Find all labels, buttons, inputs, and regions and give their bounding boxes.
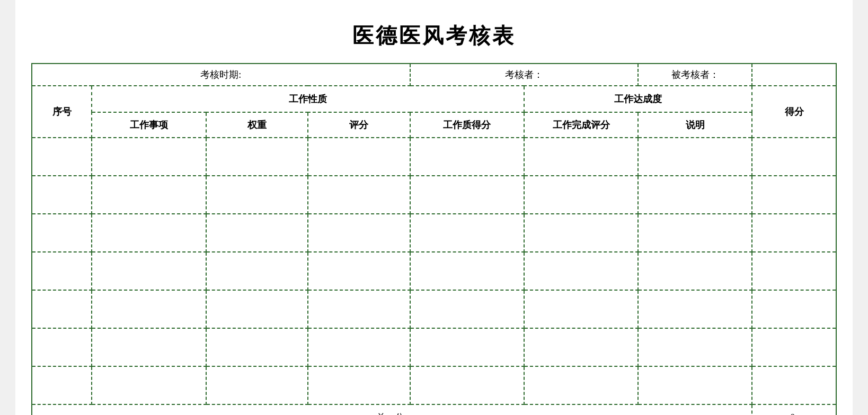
cell-seq xyxy=(32,176,92,214)
table-row xyxy=(32,328,836,366)
page-title: 医德医风考核表 xyxy=(31,11,837,63)
cell-work-item xyxy=(92,176,206,214)
sub-header-rating: 评分 xyxy=(308,112,410,138)
review-period-cell: 考核时期: xyxy=(32,64,410,86)
cell-remark xyxy=(638,366,752,404)
group1-header: 工作性质 xyxy=(92,86,524,112)
cell-seq xyxy=(32,214,92,252)
cell-work-score xyxy=(410,366,524,404)
cell-work-score xyxy=(410,328,524,366)
cell-work-item xyxy=(92,328,206,366)
cell-rating xyxy=(308,290,410,328)
cell-completion xyxy=(524,176,638,214)
cell-completion xyxy=(524,252,638,290)
cell-work-score xyxy=(410,138,524,176)
cell-work-item xyxy=(92,138,206,176)
table-row xyxy=(32,290,836,328)
header-group-row: 序号 工作性质 工作达成度 得分 xyxy=(32,86,836,112)
cell-score xyxy=(752,138,836,176)
reviewee-value-cell xyxy=(752,64,836,86)
cell-remark xyxy=(638,290,752,328)
cell-remark xyxy=(638,214,752,252)
cell-seq xyxy=(32,290,92,328)
page-container: 医德医风考核表 考核时期: 考核者： 被考核者： 序号 工作性质 xyxy=(15,0,853,415)
score-header: 得分 xyxy=(752,86,836,138)
total-value-cell: 0 xyxy=(752,404,836,415)
cell-seq xyxy=(32,328,92,366)
total-row: 总 分 0 xyxy=(32,404,836,415)
cell-weight xyxy=(206,214,308,252)
cell-weight xyxy=(206,290,308,328)
cell-work-score xyxy=(410,214,524,252)
sub-header-work-item: 工作事项 xyxy=(92,112,206,138)
cell-completion xyxy=(524,366,638,404)
cell-seq xyxy=(32,138,92,176)
sub-header-work-score: 工作质得分 xyxy=(410,112,524,138)
cell-work-score xyxy=(410,290,524,328)
cell-score xyxy=(752,176,836,214)
cell-score xyxy=(752,290,836,328)
cell-completion xyxy=(524,214,638,252)
cell-work-score xyxy=(410,176,524,214)
sub-header-row: 工作事项 权重 评分 工作质得分 工作完成评分 说明 xyxy=(32,112,836,138)
cell-work-item xyxy=(92,290,206,328)
cell-completion xyxy=(524,328,638,366)
cell-work-item xyxy=(92,214,206,252)
cell-score xyxy=(752,252,836,290)
info-row: 考核时期: 考核者： 被考核者： xyxy=(32,64,836,86)
cell-score xyxy=(752,328,836,366)
cell-completion xyxy=(524,290,638,328)
cell-completion xyxy=(524,138,638,176)
reviewer-cell: 考核者： xyxy=(410,64,638,86)
table-row xyxy=(32,176,836,214)
cell-weight xyxy=(206,252,308,290)
sub-header-remark: 说明 xyxy=(638,112,752,138)
cell-remark xyxy=(638,328,752,366)
cell-rating xyxy=(308,366,410,404)
sub-header-weight: 权重 xyxy=(206,112,308,138)
group2-header: 工作达成度 xyxy=(524,86,752,112)
seq-header: 序号 xyxy=(32,86,92,138)
sub-header-completion-rating: 工作完成评分 xyxy=(524,112,638,138)
table-row xyxy=(32,252,836,290)
cell-work-score xyxy=(410,252,524,290)
table-row xyxy=(32,366,836,404)
cell-score xyxy=(752,366,836,404)
cell-remark xyxy=(638,252,752,290)
cell-rating xyxy=(308,138,410,176)
cell-rating xyxy=(308,328,410,366)
cell-weight xyxy=(206,366,308,404)
cell-weight xyxy=(206,138,308,176)
cell-rating xyxy=(308,176,410,214)
cell-weight xyxy=(206,328,308,366)
reviewee-cell: 被考核者： xyxy=(638,64,752,86)
cell-weight xyxy=(206,176,308,214)
main-table: 考核时期: 考核者： 被考核者： 序号 工作性质 工作达成度 得分 工作事项 权… xyxy=(31,63,837,415)
cell-work-item xyxy=(92,252,206,290)
cell-rating xyxy=(308,252,410,290)
cell-score xyxy=(752,214,836,252)
cell-remark xyxy=(638,138,752,176)
cell-seq xyxy=(32,366,92,404)
cell-remark xyxy=(638,176,752,214)
cell-rating xyxy=(308,214,410,252)
cell-work-item xyxy=(92,366,206,404)
cell-seq xyxy=(32,252,92,290)
total-label-cell: 总 分 xyxy=(32,404,752,415)
table-row xyxy=(32,214,836,252)
table-row xyxy=(32,138,836,176)
